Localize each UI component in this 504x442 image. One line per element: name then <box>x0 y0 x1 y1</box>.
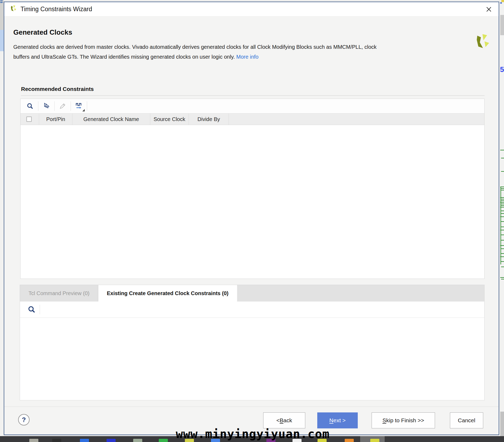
search-icon[interactable] <box>25 304 38 315</box>
schematic-wire <box>501 235 504 235</box>
taskbar-app-green[interactable] <box>159 439 168 442</box>
taskbar-app-blue-window[interactable] <box>107 439 116 442</box>
dialog-title: Timing Constraints Wizard <box>21 6 92 13</box>
schematic-wire <box>500 187 504 187</box>
table-body-empty[interactable] <box>21 125 484 279</box>
schematic-wire <box>501 171 504 172</box>
schematic-wire <box>501 205 504 206</box>
column-header-source-clock[interactable]: Source Clock <box>150 114 189 125</box>
vivado-logo-icon <box>10 5 17 14</box>
description-line1: Generated clocks are derived from master… <box>13 44 377 50</box>
schematic-wire <box>501 188 504 189</box>
preview-toolbar <box>20 302 484 318</box>
schematic-wire <box>501 253 504 254</box>
schematic-wire <box>500 150 504 150</box>
toolbar-separator <box>71 101 71 111</box>
taskbar-app-gray[interactable] <box>29 439 38 442</box>
taskbar-app-orange[interactable] <box>345 439 354 442</box>
tab-existing-constraints[interactable]: Existing Create Generated Clock Constrai… <box>98 285 237 302</box>
schematic-wire <box>501 221 504 222</box>
schematic-wire <box>501 199 504 199</box>
table-header-row: Port/Pin Generated Clock Name Source Clo… <box>21 113 484 125</box>
schematic-wire <box>501 200 504 201</box>
schematic-wire <box>500 277 504 278</box>
schematic-label-fragment: 25 <box>500 66 504 74</box>
schematic-wire <box>500 245 504 246</box>
page-title: Generated Clocks <box>13 28 72 37</box>
schematic-wire <box>501 213 504 214</box>
preview-body-empty[interactable] <box>20 318 484 400</box>
schematic-wire <box>500 230 504 230</box>
schematic-wire <box>501 190 504 190</box>
schematic-wire <box>501 248 504 249</box>
toolbar-separator <box>40 305 40 314</box>
background-titlebar-fragment <box>500 15 504 35</box>
help-button[interactable]: ? <box>18 414 30 425</box>
page-description: Generated clocks are derived from master… <box>13 42 472 62</box>
schematic-wire <box>500 202 504 203</box>
taskbar-app-dark[interactable] <box>52 439 61 442</box>
skip-to-finish-button[interactable]: Skip to Finish >> <box>372 412 435 428</box>
column-header-generated-clock-name[interactable]: Generated Clock Name <box>72 114 150 125</box>
preview-panel: Tcl Command Preview (0) Existing Create … <box>20 285 485 400</box>
schematic-wire <box>501 211 504 211</box>
close-icon[interactable] <box>485 5 493 13</box>
schematic-wire <box>501 227 504 227</box>
background-toolbar-icon <box>0 1 3 1</box>
timing-constraints-wizard-dialog: Timing Constraints Wizard Generated Cloc… <box>4 2 499 435</box>
schematic-wire <box>500 216 504 217</box>
schematic-wire <box>500 197 504 198</box>
xilinx-brand-logo <box>475 34 491 52</box>
schematic-wire <box>501 158 504 158</box>
taskbar-app-blue[interactable] <box>80 439 89 442</box>
select-cursor-icon[interactable] <box>40 100 53 112</box>
select-all-cell <box>21 114 39 125</box>
edit-pencil-icon <box>56 100 69 112</box>
column-header-divide-by[interactable]: Divide By <box>189 114 229 125</box>
schematic-wire <box>500 256 504 257</box>
dialog-titlebar[interactable]: Timing Constraints Wizard <box>4 2 499 17</box>
more-info-link[interactable]: More info <box>236 54 258 60</box>
background-left-edge <box>0 0 4 442</box>
background-logo-fragment <box>501 0 504 2</box>
background-statusbar-fragment <box>500 412 504 436</box>
select-all-checkbox[interactable] <box>26 116 32 122</box>
section-divider <box>21 95 485 96</box>
column-header-port-pin[interactable]: Port/Pin <box>39 114 72 125</box>
schematic-wire <box>501 240 504 240</box>
schematic-wire <box>501 204 504 204</box>
create-clock-waveform-icon[interactable] <box>72 100 85 112</box>
watermark-text: www.minyingyiyuan.com <box>176 427 330 441</box>
table-toolbar <box>21 99 484 113</box>
back-button[interactable]: < Back <box>263 412 305 428</box>
background-toolbar-icon <box>0 2 3 3</box>
background-left-selection <box>0 30 4 51</box>
background-right-edge: 25 <box>500 0 504 442</box>
next-button[interactable]: Next > <box>317 412 358 428</box>
footer-divider <box>4 407 499 407</box>
background-logo-fragment <box>500 2 502 4</box>
toolbar-separator <box>54 101 55 111</box>
recommended-constraints-panel: Port/Pin Generated Clock Name Source Clo… <box>20 99 485 279</box>
description-line2: buffers and UltraScale GTs. The Wizard i… <box>13 54 235 60</box>
tab-tcl-command-preview[interactable]: Tcl Command Preview (0) <box>20 285 98 302</box>
schematic-wire <box>501 261 504 262</box>
search-icon[interactable] <box>24 100 36 112</box>
dropdown-arrow-icon <box>82 109 85 111</box>
recommended-constraints-title: Recommended Constraints <box>21 86 94 92</box>
taskbar-app-graygreen[interactable] <box>133 439 142 442</box>
taskbar-app-xilinx-active[interactable] <box>370 439 379 442</box>
background-left-gray <box>0 0 4 30</box>
schematic-wire <box>501 279 504 279</box>
toolbar-separator <box>87 101 87 111</box>
toolbar-separator <box>38 101 38 111</box>
cancel-button[interactable]: Cancel <box>450 412 483 428</box>
schematic-wire <box>500 207 504 207</box>
preview-tab-strip: Tcl Command Preview (0) Existing Create … <box>20 285 484 302</box>
schematic-wire <box>501 267 504 267</box>
